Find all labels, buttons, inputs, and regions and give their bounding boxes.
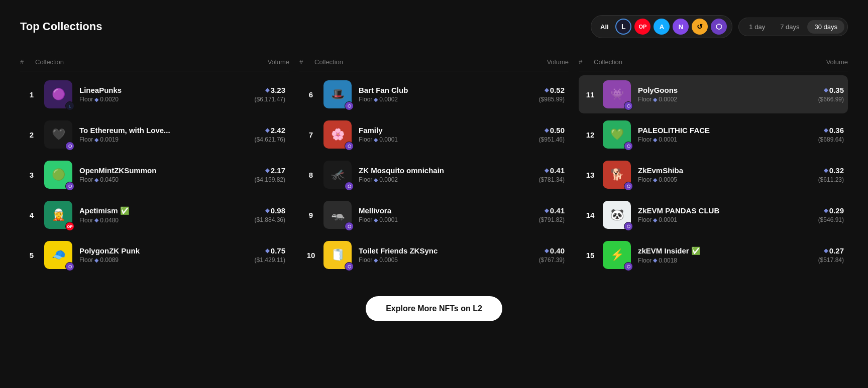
collection-name: PolyGoons <box>638 86 813 94</box>
header-controls: All L OP A N ↺ ⬡ 1 day 7 days 30 days <box>591 15 848 38</box>
chain-badge: ⬡ <box>345 101 354 110</box>
collection-floor: Floor ◆ 0.0002 <box>359 176 534 183</box>
volume-info: ◆ 0.32 ($611.23) <box>818 166 844 183</box>
collection-info: Apetimism ✅ Floor ◆ 0.0480 <box>79 206 250 224</box>
col-hash: # <box>299 58 314 66</box>
volume-eth: ◆ 0.32 <box>818 166 844 175</box>
chain-filter-scroll[interactable]: ↺ <box>692 19 708 35</box>
collection-row[interactable]: 9 🦡 ⬡ Mellivora Floor ◆ 0.0001 ◆ 0.41 ($… <box>299 196 569 234</box>
col-volume: Volume <box>268 58 289 66</box>
chain-badge: ⬡ <box>345 222 354 231</box>
time-filter-7days[interactable]: 7 days <box>773 20 806 34</box>
chain-filter-group: All L OP A N ↺ ⬡ <box>591 15 732 38</box>
rank-number: 11 <box>583 90 598 99</box>
collection-info: zkEVM Insider ✅ Floor ◆ 0.0018 <box>638 246 813 264</box>
eth-symbol: ◆ <box>374 177 378 183</box>
volume-eth: ◆ 0.98 <box>255 206 285 215</box>
volume-usd: ($781.34) <box>539 176 565 183</box>
page-title: Top Collections <box>20 20 102 33</box>
collection-row[interactable]: 5 🧢 ⬡ PolygonZK Punk Floor ◆ 0.0089 ◆ 0.… <box>20 236 289 274</box>
volume-usd: ($666.99) <box>818 96 844 103</box>
volume-usd: ($611.23) <box>818 176 844 183</box>
eth-symbol: ◆ <box>374 96 378 103</box>
volume-usd: ($517.84) <box>818 256 844 264</box>
volume-info: ◆ 0.36 ($689.64) <box>818 126 844 143</box>
volume-usd: ($4,159.82) <box>255 176 285 183</box>
chain-filter-optimism[interactable]: OP <box>634 19 650 35</box>
chain-badge: ⬡ <box>345 262 354 271</box>
eth-icon: ◆ <box>545 167 549 174</box>
eth-icon: ◆ <box>265 247 269 254</box>
collection-floor: Floor ◆ 0.0019 <box>79 136 250 143</box>
chain-filter-arbitrum[interactable]: A <box>654 19 670 35</box>
collection-floor: Floor ◆ 0.0480 <box>79 217 250 224</box>
volume-info: ◆ 0.41 ($781.34) <box>539 166 565 183</box>
collection-row[interactable]: 6 🎩 ⬡ Bart Fan Club Floor ◆ 0.0002 ◆ 0.5… <box>299 75 569 113</box>
chain-badge: ⬡ <box>65 142 74 151</box>
eth-symbol: ◆ <box>94 96 98 103</box>
volume-usd: ($791.82) <box>539 216 565 223</box>
collection-name: Toilet Friends ZKSync <box>359 246 534 255</box>
volume-eth: ◆ 0.41 <box>539 166 565 175</box>
collection-name: ZkEVM PANDAS CLUB <box>638 206 813 215</box>
volume-info: ◆ 2.42 ($4,621.76) <box>255 126 285 143</box>
eth-icon: ◆ <box>824 167 828 174</box>
collection-row[interactable]: 3 🟢 ⬡ OpenMintZKSummon Floor ◆ 0.0450 ◆ … <box>20 156 289 194</box>
nft-thumbnail: 🧢 ⬡ <box>44 241 72 269</box>
collection-row[interactable]: 2 🖤 ⬡ To Ethereum, with Love... Floor ◆ … <box>20 115 289 154</box>
rank-number: 10 <box>303 251 318 260</box>
rank-number: 7 <box>303 131 318 139</box>
collection-row[interactable]: 12 💚 ⬡ PALEOLITHIC FACE Floor ◆ 0.0001 ◆… <box>579 115 848 154</box>
panel-header: # Collection Volume <box>299 53 569 71</box>
volume-eth: ◆ 0.27 <box>818 246 844 255</box>
collection-info: PolyGoons Floor ◆ 0.0002 <box>638 86 813 103</box>
chain-filter-polygon[interactable]: N <box>673 19 689 35</box>
col-label: Collection <box>594 58 826 66</box>
chain-filter-all[interactable]: All <box>596 19 612 35</box>
eth-icon: ◆ <box>265 127 269 134</box>
volume-usd: ($985.99) <box>539 96 565 103</box>
collection-row[interactable]: 11 👾 ⬡ PolyGoons Floor ◆ 0.0002 ◆ 0.35 (… <box>579 75 848 113</box>
collection-row[interactable]: 13 🐕 ⬡ ZkEvmShiba Floor ◆ 0.0005 ◆ 0.32 … <box>579 156 848 194</box>
collection-row[interactable]: 7 🌸 ⬡ Family Floor ◆ 0.0001 ◆ 0.50 ($951… <box>299 115 569 154</box>
collection-panel-panel2: # Collection Volume 6 🎩 ⬡ Bart Fan Club … <box>299 53 569 276</box>
volume-eth: ◆ 0.75 <box>255 246 285 255</box>
rank-number: 6 <box>303 90 318 99</box>
volume-usd: ($1,884.36) <box>255 216 285 223</box>
collection-floor: Floor ◆ 0.0020 <box>79 96 250 103</box>
collection-info: ZkEvmShiba Floor ◆ 0.0005 <box>638 166 813 183</box>
volume-info: ◆ 2.17 ($4,159.82) <box>255 166 285 183</box>
volume-eth: ◆ 0.50 <box>539 126 565 135</box>
time-filter-1day[interactable]: 1 day <box>742 20 772 34</box>
collection-row[interactable]: 14 🐼 ⬡ ZkEVM PANDAS CLUB Floor ◆ 0.0001 … <box>579 196 848 234</box>
collection-floor: Floor ◆ 0.0002 <box>359 96 534 103</box>
eth-icon: ◆ <box>265 87 269 93</box>
panel-header: # Collection Volume <box>20 53 289 71</box>
collection-row[interactable]: 8 🦟 ⬡ ZK Mosquito omnichain Floor ◆ 0.00… <box>299 156 569 194</box>
collection-info: Bart Fan Club Floor ◆ 0.0002 <box>359 86 534 103</box>
chain-badge: ⬡ <box>65 182 74 191</box>
collection-name: PolygonZK Punk <box>79 246 250 255</box>
rank-number: 5 <box>24 251 39 260</box>
chain-badge: ⬡ <box>624 101 633 110</box>
volume-eth: ◆ 0.52 <box>539 86 565 94</box>
volume-info: ◆ 0.29 ($546.91) <box>818 206 844 223</box>
collection-row[interactable]: 1 🟣 L LineaPunks Floor ◆ 0.0020 ◆ 3.23 (… <box>20 75 289 113</box>
col-label: Collection <box>314 58 547 66</box>
rank-number: 4 <box>24 211 39 219</box>
collection-row[interactable]: 4 🧝 OP Apetimism ✅ Floor ◆ 0.0480 ◆ 0.98… <box>20 196 289 234</box>
volume-eth: ◆ 0.35 <box>818 86 844 94</box>
nft-thumbnail: 🟣 L <box>44 80 72 108</box>
time-filter-30days[interactable]: 30 days <box>807 20 844 34</box>
rank-number: 13 <box>583 171 598 179</box>
collection-row[interactable]: 10 🧻 ⬡ Toilet Friends ZKSync Floor ◆ 0.0… <box>299 236 569 274</box>
collection-row[interactable]: 15 ⚡ ⬡ zkEVM Insider ✅ Floor ◆ 0.0018 ◆ … <box>579 236 848 274</box>
explore-btn[interactable]: Explore More NFTs on L2 <box>366 296 502 321</box>
chain-filter-linea[interactable]: L <box>615 19 631 35</box>
collection-name: LineaPunks <box>79 86 250 94</box>
collection-name: ZK Mosquito omnichain <box>359 166 534 175</box>
rank-number: 14 <box>583 211 598 219</box>
collection-floor: Floor ◆ 0.0450 <box>79 176 250 183</box>
volume-eth: ◆ 2.17 <box>255 166 285 175</box>
chain-filter-zksync[interactable]: ⬡ <box>711 19 727 35</box>
